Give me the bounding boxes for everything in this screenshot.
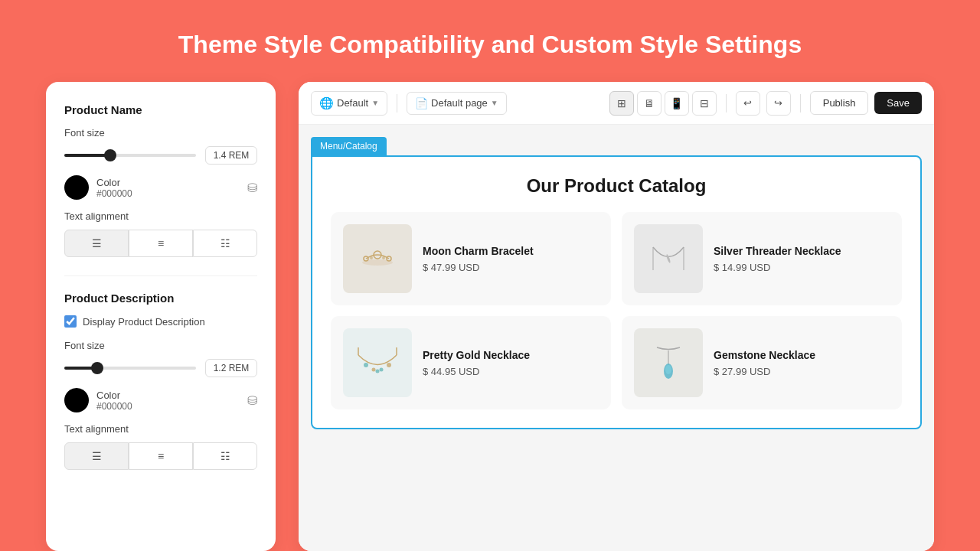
- product-image-3: [343, 328, 412, 397]
- default-chevron-icon: ▼: [371, 99, 379, 107]
- save-button[interactable]: Save: [874, 92, 922, 114]
- product-card-4: Gemstone Necklace $ 27.99 USD: [622, 316, 902, 409]
- svg-point-10: [372, 368, 376, 372]
- menu-catalog-tab[interactable]: Menu/Catalog: [311, 137, 387, 155]
- product-info-1: Moon Charm Bracelet $ 47.99 USD: [423, 245, 599, 273]
- svg-point-5: [382, 256, 385, 259]
- left-panel: Product Name Font size 1.4 REM Color #00…: [46, 82, 276, 551]
- product-name-3: Pretty Gold Necklace: [423, 349, 599, 361]
- products-grid: Moon Charm Bracelet $ 47.99 USD: [331, 212, 902, 409]
- editor-canvas: Menu/Catalog Our Product Catalog: [299, 125, 934, 551]
- align-center-btn-1[interactable]: ≡: [129, 230, 193, 257]
- svg-point-9: [364, 363, 368, 367]
- db-icon-1: ⛁: [247, 181, 257, 195]
- page-chevron-icon: ▼: [491, 99, 498, 107]
- product-image-1: [343, 224, 412, 293]
- align-right-btn-2[interactable]: ☷: [193, 442, 257, 470]
- grid-view-btn[interactable]: ⊟: [692, 91, 717, 116]
- text-align-label-1: Text alignment: [64, 210, 257, 222]
- svg-point-4: [370, 256, 373, 259]
- product-name-1: Moon Charm Bracelet: [423, 245, 599, 257]
- font-size-slider-row-1: 1.4 REM: [64, 146, 257, 165]
- product-price-4: $ 27.99 USD: [714, 366, 890, 377]
- product-price-3: $ 44.95 USD: [423, 366, 599, 377]
- font-size-input-1[interactable]: 1.4 REM: [205, 146, 257, 165]
- slider-fill-1: [64, 154, 110, 157]
- globe-icon: 🌐: [319, 96, 334, 110]
- align-left-btn-2[interactable]: ☰: [64, 442, 129, 470]
- color-swatch-2[interactable]: [64, 388, 89, 412]
- product-name-title: Product Name: [64, 103, 257, 116]
- page-icon: 📄: [415, 97, 428, 109]
- product-price-2: $ 14.99 USD: [714, 262, 890, 273]
- font-size-label-1: Font size: [64, 127, 257, 139]
- color-hex-1: #000000: [96, 188, 132, 199]
- font-size-slider-track-1[interactable]: [64, 154, 196, 157]
- default-label: Default: [337, 97, 368, 109]
- product-info-3: Pretty Gold Necklace $ 44.95 USD: [423, 349, 599, 377]
- desktop-view-btn[interactable]: ⊞: [609, 91, 634, 116]
- svg-point-11: [380, 368, 384, 372]
- color-name-2: Color: [96, 390, 132, 401]
- color-hex-2: #000000: [96, 401, 132, 412]
- divider-1: [64, 276, 257, 276]
- default-selector-btn[interactable]: 🌐 Default ▼: [311, 91, 387, 116]
- product-name-4: Gemstone Necklace: [714, 349, 890, 361]
- display-desc-label: Display Product Description: [83, 316, 205, 328]
- product-price-1: $ 47.99 USD: [423, 262, 599, 273]
- redo-btn[interactable]: ↪: [766, 91, 791, 116]
- page-title: Theme Style Compatibility and Custom Sty…: [163, 0, 817, 82]
- mobile-view-btn[interactable]: 📱: [665, 91, 689, 116]
- display-desc-row: Display Product Description: [64, 315, 257, 328]
- align-right-btn-1[interactable]: ☷: [193, 230, 257, 257]
- catalog-container: Our Product Catalog: [311, 155, 922, 429]
- product-card-1: Moon Charm Bracelet $ 47.99 USD: [331, 212, 611, 305]
- text-alignment-group-1: ☰ ≡ ☷: [64, 230, 257, 257]
- right-panel: 🌐 Default ▼ 📄 Default page ▼ ⊞ 🖥 📱 ⊟ ↩ ↪: [299, 82, 934, 551]
- color-label-group-2: Color #000000: [96, 390, 132, 412]
- product-name-section: Product Name Font size 1.4 REM Color #00…: [64, 103, 257, 257]
- font-size-input-2[interactable]: 1.2 REM: [205, 359, 257, 377]
- default-page-label: Default page: [431, 97, 488, 109]
- display-desc-checkbox[interactable]: [64, 315, 77, 328]
- slider-thumb-1[interactable]: [104, 149, 116, 161]
- color-name-1: Color: [96, 177, 132, 188]
- toolbar-divider-3: [800, 94, 801, 112]
- text-alignment-group-2: ☰ ≡ ☷: [64, 442, 257, 470]
- view-controls-group: ⊞ 🖥 📱 ⊟: [609, 91, 717, 116]
- font-size-slider-row-2: 1.2 REM: [64, 359, 257, 377]
- monitor-view-btn[interactable]: 🖥: [637, 91, 662, 116]
- product-image-4: [634, 328, 703, 397]
- product-card-3: Pretty Gold Necklace $ 44.95 USD: [331, 316, 611, 409]
- publish-button[interactable]: Publish: [810, 91, 869, 115]
- font-size-slider-track-2[interactable]: [64, 367, 196, 370]
- main-content: Product Name Font size 1.4 REM Color #00…: [0, 82, 980, 551]
- product-info-2: Silver Threader Necklace $ 14.99 USD: [714, 245, 890, 273]
- editor-toolbar: 🌐 Default ▼ 📄 Default page ▼ ⊞ 🖥 📱 ⊟ ↩ ↪: [299, 82, 934, 125]
- product-name-2: Silver Threader Necklace: [714, 245, 890, 257]
- color-swatch-1[interactable]: [64, 175, 89, 200]
- product-description-section: Product Description Display Product Desc…: [64, 292, 257, 470]
- text-align-label-2: Text alignment: [64, 423, 257, 435]
- product-info-4: Gemstone Necklace $ 27.99 USD: [714, 349, 890, 377]
- font-size-label-2: Font size: [64, 340, 257, 351]
- svg-point-18: [665, 365, 671, 374]
- toolbar-divider-1: [397, 94, 397, 112]
- product-description-title: Product Description: [64, 292, 257, 305]
- toolbar-divider-2: [726, 94, 727, 112]
- db-icon-2: ⛁: [247, 393, 257, 408]
- align-left-btn-1[interactable]: ☰: [64, 230, 129, 257]
- color-info-1: Color #000000: [64, 175, 132, 200]
- product-card-2: Silver Threader Necklace $ 14.99 USD: [622, 212, 902, 305]
- svg-point-8: [666, 254, 671, 263]
- color-row-1: Color #000000 ⛁: [64, 175, 257, 200]
- default-page-btn[interactable]: 📄 Default page ▼: [407, 92, 507, 115]
- slider-thumb-2[interactable]: [91, 362, 103, 374]
- catalog-title: Our Product Catalog: [331, 175, 902, 197]
- align-center-btn-2[interactable]: ≡: [129, 442, 193, 470]
- color-row-2: Color #000000 ⛁: [64, 388, 257, 412]
- undo-btn[interactable]: ↩: [736, 91, 760, 116]
- svg-point-13: [376, 370, 380, 373]
- svg-point-12: [387, 363, 391, 367]
- color-info-2: Color #000000: [64, 388, 132, 412]
